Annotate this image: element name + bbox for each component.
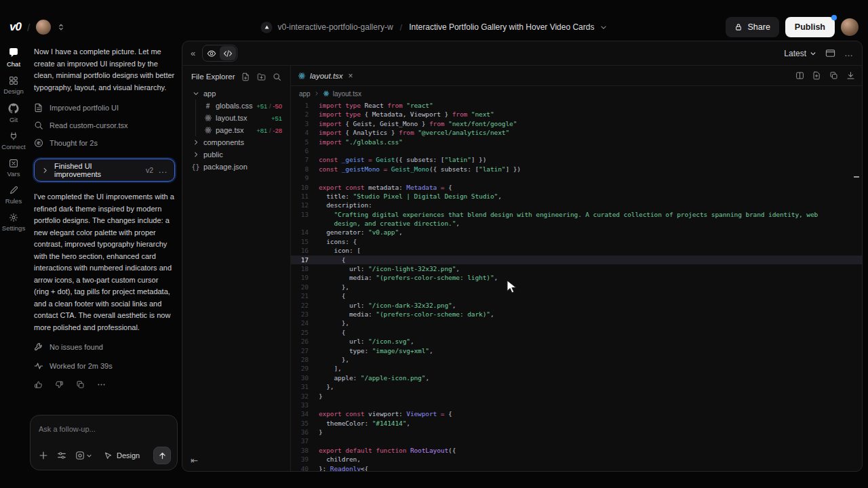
code-line[interactable]: 21 {	[291, 291, 862, 300]
code-line[interactable]: 17 {	[291, 256, 862, 264]
code-line[interactable]: 12 description:	[291, 201, 862, 209]
code-line[interactable]: 16 icon: [	[291, 246, 862, 255]
close-tab-icon[interactable]: ×	[349, 71, 353, 81]
code-line[interactable]: 20 },	[291, 283, 862, 291]
more-icon[interactable]: …	[844, 48, 854, 58]
code-line[interactable]: 25 {	[291, 328, 862, 337]
code-line[interactable]: 7const _geist = Geist({ subsets: ["latin…	[291, 155, 862, 164]
dock-left-icon[interactable]: ⇤	[191, 455, 198, 466]
send-button[interactable]	[153, 447, 171, 464]
new-file-icon[interactable]	[241, 73, 250, 81]
tree-item-layout.tsx[interactable]: layout.tsx+51	[182, 112, 290, 124]
code-line[interactable]: 38export default function RootLayout({	[291, 446, 862, 455]
tree-item-globals.css[interactable]: #globals.css+51 / -50	[182, 100, 290, 112]
v0-logo[interactable]: v0	[9, 20, 21, 34]
tree-item-components[interactable]: components	[182, 136, 290, 148]
code-line[interactable]: 27 type: "image/svg+xml",	[291, 346, 862, 355]
chat-status-item[interactable]: Worked for 2m 39s	[34, 357, 175, 375]
code-line[interactable]: 39 children,	[291, 455, 862, 464]
sliders-icon[interactable]	[57, 451, 66, 460]
publish-button[interactable]: Publish	[785, 17, 835, 37]
code-line[interactable]: 14 generator: "v0.app",	[291, 228, 862, 237]
code-line[interactable]: 28 },	[291, 355, 862, 364]
version-selector[interactable]: Latest	[784, 49, 816, 58]
user-avatar[interactable]	[841, 18, 859, 36]
breadcrumb-file[interactable]: layout.tsx	[333, 90, 361, 98]
chevron-down-icon[interactable]	[599, 24, 607, 31]
search-icon[interactable]	[273, 73, 281, 81]
code-line[interactable]: 3import { Geist, Geist_Mono } from "next…	[291, 119, 862, 128]
code-line[interactable]: 5import "./globals.css"	[291, 138, 862, 146]
code-line[interactable]: 13 "Crafting digital experiences that bl…	[291, 210, 862, 219]
sidebar-item-git[interactable]: Git	[8, 103, 19, 123]
tree-item-public[interactable]: public	[182, 148, 290, 161]
code-line[interactable]: 37	[291, 436, 862, 445]
sidebar-item-settings[interactable]: Settings	[2, 213, 25, 232]
file-diff-icon[interactable]	[812, 71, 821, 80]
tree-item-page.tsx[interactable]: page.tsx+81 / -28	[182, 124, 290, 136]
code-line[interactable]: 15 icons: {	[291, 237, 862, 246]
code-view-icon[interactable]	[220, 46, 236, 60]
code-line[interactable]: 2import type { Metadata, Viewport } from…	[291, 110, 862, 119]
code-line[interactable]: 6	[291, 146, 862, 155]
code-line[interactable]: 36}	[291, 428, 862, 436]
split-view-icon[interactable]	[795, 71, 804, 80]
browser-window-icon[interactable]	[825, 48, 835, 58]
sidebar-item-rules[interactable]: Rules	[5, 186, 22, 205]
more-icon[interactable]: ...	[159, 165, 167, 175]
code-line[interactable]: 1import type React from "react"	[291, 101, 862, 110]
copy-icon[interactable]	[76, 380, 85, 389]
vercel-triangle-icon[interactable]	[261, 22, 273, 33]
breadcrumb-chat-title[interactable]: Interactive Portfolio Gallery with Hover…	[409, 22, 594, 32]
thumbs-down-icon[interactable]	[55, 380, 64, 389]
code-line[interactable]: design, and creative direction.",	[291, 219, 862, 228]
follow-up-input[interactable]	[39, 425, 169, 433]
code-line[interactable]: 31 },	[291, 382, 862, 391]
plus-icon[interactable]	[39, 451, 48, 460]
code-line[interactable]: 8const _geistMono = Geist_Mono({ subsets…	[291, 165, 862, 174]
code-line[interactable]: 4import { Analytics } from "@vercel/anal…	[291, 128, 862, 137]
chat-status-item[interactable]: No issues found	[34, 338, 175, 357]
breadcrumb-folder[interactable]: app	[299, 90, 311, 98]
code-line[interactable]: 26 url: "/icon.svg",	[291, 337, 862, 346]
copy-icon[interactable]	[829, 71, 838, 80]
new-folder-icon[interactable]	[257, 73, 266, 81]
design-mode-button[interactable]: Design	[104, 451, 140, 460]
chat-step-item[interactable]: Improved portfolio UI	[34, 99, 175, 117]
tree-item-package.json[interactable]: {}package.json	[182, 161, 290, 173]
code-line[interactable]: 30 apple: "/apple-icon.png",	[291, 373, 862, 382]
code-line[interactable]: 19 media: "(prefers-color-scheme: light)…	[291, 273, 862, 282]
composer[interactable]: Design	[30, 415, 178, 470]
download-icon[interactable]	[846, 71, 855, 80]
code-line[interactable]: 18 url: "/icon-light-32x32.png",	[291, 264, 862, 273]
code-line[interactable]: 40}: Readonly<{	[291, 464, 862, 472]
code-line[interactable]: 33	[291, 401, 862, 409]
code-line[interactable]: 32}	[291, 392, 862, 401]
code-line[interactable]: 23 media: "(prefers-color-scheme: dark)"…	[291, 310, 862, 319]
chevrons-up-down-icon[interactable]	[57, 23, 65, 31]
chat-step-item[interactable]: Read custom-cursor.tsx	[34, 117, 175, 134]
more-icon[interactable]	[97, 380, 106, 389]
code-line[interactable]: 34export const viewport: Viewport = {	[291, 409, 862, 418]
workspace-avatar[interactable]	[36, 20, 51, 35]
preview-eye-icon[interactable]	[203, 46, 220, 60]
code-line[interactable]: 10export const metadata: Metadata = {	[291, 183, 862, 192]
code-line[interactable]: 35 themeColor: "#141414",	[291, 419, 862, 428]
code-line[interactable]: 11 title: "Studio Pixel | Digital Design…	[291, 192, 862, 201]
share-button[interactable]: Share	[726, 17, 778, 37]
sidebar-item-design[interactable]: Design	[3, 76, 24, 95]
sidebar-item-connect[interactable]: Connect	[1, 131, 25, 150]
tree-item-app[interactable]: app	[182, 87, 290, 100]
tab-layout-tsx[interactable]: layout.tsx ×	[298, 71, 353, 81]
sidebar-item-chat[interactable]: Chat	[7, 47, 20, 68]
thumbs-up-icon[interactable]	[34, 380, 43, 389]
code-line[interactable]: 9	[291, 174, 862, 182]
task-card-finished-ui-improvements[interactable]: Finished UI improvements v2 ...	[34, 159, 175, 182]
breadcrumb-project[interactable]: v0-interactive-portfolio-gallery-w	[278, 22, 393, 32]
collapse-panel-icon[interactable]: «	[191, 48, 195, 58]
code-line[interactable]: 24 },	[291, 319, 862, 327]
code-line[interactable]: 22 url: "/icon-dark-32x32.png",	[291, 301, 862, 310]
chat-step-item[interactable]: Thought for 2s	[34, 134, 175, 152]
code-line[interactable]: 29 ],	[291, 364, 862, 373]
sidebar-item-vars[interactable]: Vars	[7, 159, 20, 178]
